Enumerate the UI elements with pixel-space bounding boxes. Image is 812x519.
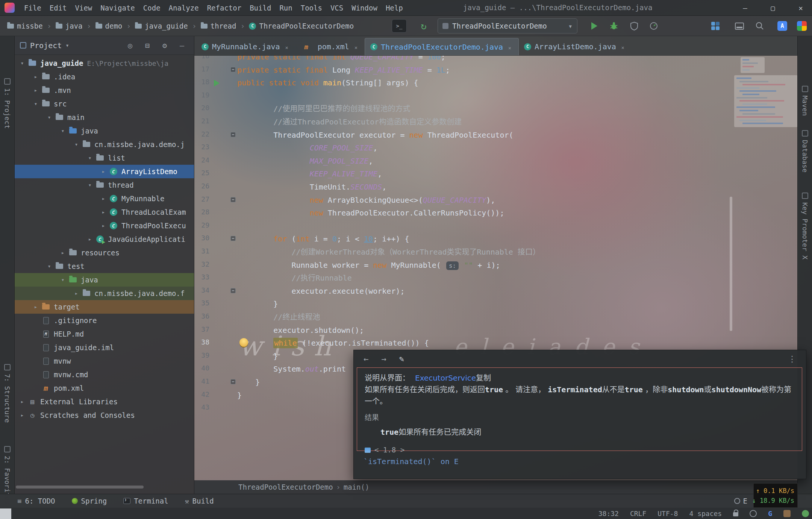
translate-icon[interactable] bbox=[775, 19, 789, 33]
tree-collapse-icon[interactable] bbox=[85, 155, 94, 161]
breadcrumb-item-threadpoolexecutordemo[interactable]: ThreadPoolExecutorDemo bbox=[247, 21, 356, 31]
toolwindow-button-spring[interactable]: Spring bbox=[72, 497, 107, 505]
minimap[interactable] bbox=[734, 75, 798, 127]
lock-icon[interactable] bbox=[733, 512, 738, 516]
tree-collapse-icon[interactable] bbox=[72, 141, 81, 148]
run-configuration-select[interactable]: ThreadPoolExecutorDemo bbox=[438, 18, 577, 33]
terminal-button[interactable] bbox=[392, 19, 407, 33]
fold-marker-icon[interactable] bbox=[230, 288, 236, 293]
tree-collapse-icon[interactable] bbox=[18, 60, 27, 67]
tree-item-help-md[interactable]: HELP.md bbox=[15, 327, 194, 341]
layout-icon[interactable] bbox=[708, 19, 723, 33]
toolwindow-button-todo[interactable]: 6: TODO bbox=[17, 497, 55, 505]
tree-collapse-icon[interactable] bbox=[85, 182, 94, 188]
toolwindow-button-terminal[interactable]: Terminal bbox=[123, 497, 168, 505]
breadcrumb-item-demo[interactable]: demo bbox=[94, 21, 124, 31]
hide-panel-button[interactable] bbox=[175, 41, 189, 50]
editor-tab-3[interactable]: ThreadPoolExecutorDemo.java bbox=[365, 38, 519, 55]
tool-stripe-1-project[interactable]: 1: Project bbox=[0, 78, 15, 129]
tree-item-java[interactable]: java bbox=[15, 273, 194, 287]
fold-marker-icon[interactable] bbox=[230, 197, 236, 202]
tree-item-arraylistdemo[interactable]: ArrayListDemo bbox=[15, 165, 194, 178]
menu-help[interactable]: Help bbox=[382, 2, 407, 14]
tree-item--gitignore[interactable]: .gitignore bbox=[15, 314, 194, 327]
doc-class-link[interactable]: ExecutorService bbox=[415, 373, 476, 382]
tree-item-external-libraries[interactable]: External Libraries bbox=[15, 395, 194, 408]
terminal-panel-icon[interactable] bbox=[732, 19, 747, 33]
collapse-all-button[interactable] bbox=[141, 41, 154, 50]
tree-expand-icon[interactable] bbox=[85, 236, 94, 243]
file-encoding[interactable]: UTF-8 bbox=[657, 510, 678, 517]
tree-item-myrunnable[interactable]: MyRunnable bbox=[15, 192, 194, 205]
rerun-icon[interactable] bbox=[417, 19, 431, 33]
tree-item-cn-missbe-java-demo-f[interactable]: cn.missbe.java.demo.f bbox=[15, 287, 194, 300]
minimap-small[interactable] bbox=[741, 57, 765, 73]
tree-expand-icon[interactable] bbox=[72, 290, 81, 297]
menu-edit[interactable]: Edit bbox=[45, 2, 71, 14]
tree-item-cn-missbe-java-demo-j[interactable]: cn.missbe.java.demo.j bbox=[15, 138, 194, 151]
tree-item-java-guide[interactable]: java_guideE:\Project\missbe\ja bbox=[15, 56, 194, 70]
tree-expand-icon[interactable] bbox=[99, 168, 108, 175]
run-button[interactable] bbox=[587, 19, 601, 33]
tree-item-thread[interactable]: thread bbox=[15, 178, 194, 192]
tree-expand-icon[interactable] bbox=[99, 209, 108, 215]
fold-marker-icon[interactable] bbox=[230, 67, 236, 72]
menu-run[interactable]: Run bbox=[275, 2, 296, 14]
network-speed-widget[interactable]: ↑ 0.1 KB/s ↓ 18.9 KB/s bbox=[753, 483, 798, 508]
close-tab-icon[interactable] bbox=[353, 42, 359, 51]
vertical-scrollbar[interactable] bbox=[730, 197, 732, 331]
breadcrumb-item-thread[interactable]: thread bbox=[199, 21, 238, 31]
tree-collapse-icon[interactable] bbox=[31, 100, 40, 107]
search-icon[interactable] bbox=[753, 19, 767, 33]
tree-item-scratches-and-consoles[interactable]: Scratches and Consoles bbox=[15, 408, 194, 422]
tool-stripe-7-structure[interactable]: 7: Structure bbox=[0, 364, 15, 423]
tree-item-java[interactable]: java bbox=[15, 124, 194, 138]
fold-marker-icon[interactable] bbox=[230, 379, 236, 384]
menu-view[interactable]: View bbox=[71, 2, 97, 14]
menu-window[interactable]: Window bbox=[347, 2, 382, 14]
tree-expand-icon[interactable] bbox=[99, 195, 108, 202]
method-breadcrumb[interactable]: main() bbox=[344, 483, 370, 491]
tree-expand-icon[interactable] bbox=[31, 87, 40, 94]
tree-item-threadlocalexam[interactable]: ThreadLocalExam bbox=[15, 205, 194, 219]
clock-icon[interactable] bbox=[750, 510, 757, 517]
horizontal-scrollbar[interactable] bbox=[16, 486, 144, 489]
plugin-colorful-icon[interactable] bbox=[795, 19, 809, 33]
edit-pencil-icon[interactable] bbox=[399, 354, 404, 364]
tree-collapse-icon[interactable] bbox=[45, 263, 54, 270]
gear-icon[interactable] bbox=[158, 41, 171, 50]
file-breadcrumb[interactable]: ThreadPoolExecutorDemo bbox=[238, 483, 333, 491]
close-icon[interactable] bbox=[792, 0, 810, 16]
fold-marker-icon[interactable] bbox=[230, 236, 236, 241]
close-tab-icon[interactable] bbox=[620, 42, 626, 51]
menu-refactor[interactable]: Refactor bbox=[203, 2, 246, 14]
caret-position[interactable]: 38:32 bbox=[598, 510, 619, 517]
tool-stripe-key-promoter-x[interactable]: Key Promoter X bbox=[798, 193, 812, 260]
tree-item-threadpoolexecu[interactable]: ThreadPoolExecu bbox=[15, 219, 194, 232]
tree-collapse-icon[interactable] bbox=[58, 276, 67, 283]
tree-collapse-icon[interactable] bbox=[58, 127, 67, 134]
tree-item--idea[interactable]: .idea bbox=[15, 70, 194, 83]
menu-vcs[interactable]: VCS bbox=[326, 2, 347, 14]
tree-item-test[interactable]: test bbox=[15, 260, 194, 273]
tree-item-src[interactable]: src bbox=[15, 97, 194, 111]
run-gutter-icon[interactable] bbox=[214, 80, 220, 86]
close-tab-icon[interactable] bbox=[283, 42, 290, 51]
back-icon[interactable] bbox=[364, 354, 368, 364]
plugin-status-icon[interactable] bbox=[802, 510, 809, 517]
forward-icon[interactable] bbox=[381, 354, 386, 364]
line-ending[interactable]: CRLF bbox=[630, 510, 646, 517]
close-tab-icon[interactable] bbox=[506, 42, 513, 52]
chevron-down-icon[interactable] bbox=[65, 42, 69, 49]
tree-item-mvnw[interactable]: mvnw bbox=[15, 354, 194, 368]
menu-code[interactable]: Code bbox=[139, 2, 165, 14]
editor-tab-4[interactable]: ArrayListDemo.java bbox=[519, 38, 632, 55]
tree-expand-icon[interactable] bbox=[18, 412, 27, 419]
tool-stripe-maven[interactable]: Maven bbox=[798, 86, 812, 116]
more-options-icon[interactable] bbox=[788, 354, 796, 364]
menu-build[interactable]: Build bbox=[245, 2, 275, 14]
editor-tab-2[interactable]: pom.xml bbox=[295, 38, 365, 55]
menu-analyze[interactable]: Analyze bbox=[165, 2, 203, 14]
tree-item-mvnw-cmd[interactable]: mvnw.cmd bbox=[15, 368, 194, 381]
package-status-icon[interactable] bbox=[783, 510, 791, 517]
